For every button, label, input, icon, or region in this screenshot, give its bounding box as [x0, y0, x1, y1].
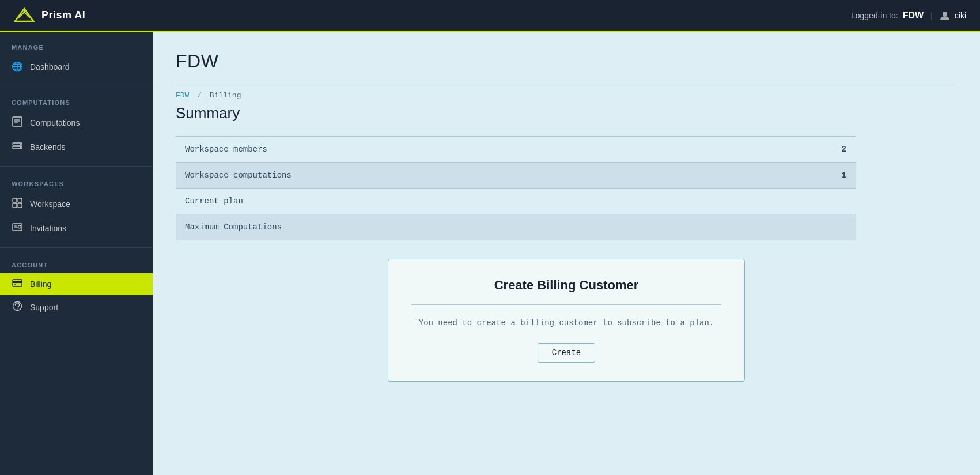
prism-logo-icon	[14, 7, 35, 24]
logged-in-label: Logged-in to:	[851, 11, 898, 20]
nav-username: ciki	[955, 11, 966, 20]
svg-point-2	[943, 12, 947, 16]
billing-card: Create Billing Customer You need to crea…	[388, 259, 745, 382]
sidebar-section-account: ACCOUNT Billing	[0, 250, 153, 324]
sidebar-item-invitations[interactable]: Invitations	[0, 216, 153, 240]
sidebar-divider-2	[0, 166, 153, 167]
table-row: Maximum Computations	[176, 214, 856, 240]
nav-divider: |	[930, 11, 933, 20]
sidebar-item-billing[interactable]: Billing	[0, 273, 153, 295]
table-row: Workspace computations1	[176, 163, 856, 189]
main-content: FDW FDW / Billing Summary Workspace memb…	[153, 32, 980, 475]
breadcrumb-separator: /	[197, 91, 202, 100]
svg-rect-12	[18, 198, 22, 202]
sidebar-section-workspaces-label: WORKSPACES	[0, 180, 153, 192]
top-nav: Prism AI Logged-in to: FDW | ciki	[0, 0, 980, 32]
sidebar-item-support[interactable]: Support	[0, 295, 153, 319]
sidebar-label-dashboard: Dashboard	[30, 62, 70, 71]
sidebar-item-workspace[interactable]: Workspace	[0, 192, 153, 216]
billing-card-description: You need to create a billing customer to…	[411, 316, 721, 329]
breadcrumb: FDW / Billing	[176, 91, 957, 100]
sidebar-section-computations-label: COMPUTATIONS	[0, 99, 153, 111]
sidebar-divider-3	[0, 247, 153, 248]
create-billing-button[interactable]: Create	[538, 343, 595, 363]
breadcrumb-workspace-link[interactable]: FDW	[176, 91, 189, 100]
title-divider	[176, 84, 957, 84]
sidebar-item-backends[interactable]: Backends	[0, 135, 153, 159]
svg-point-10	[20, 147, 21, 148]
sidebar-section-workspaces: WORKSPACES Workspace	[0, 169, 153, 245]
breadcrumb-current: Billing	[210, 91, 241, 100]
row-value	[749, 214, 856, 240]
row-value: 1	[749, 163, 856, 189]
table-row: Workspace members2	[176, 137, 856, 163]
sidebar-label-backends: Backends	[30, 142, 65, 152]
invitations-icon	[12, 222, 23, 235]
nav-brand: Prism AI	[14, 7, 85, 24]
sidebar-item-dashboard[interactable]: 🌐 Dashboard	[0, 55, 153, 78]
sidebar-item-computations[interactable]: Computations	[0, 111, 153, 135]
billing-card-divider	[411, 304, 721, 305]
svg-rect-20	[13, 281, 22, 283]
svg-rect-15	[13, 224, 22, 231]
row-label: Maximum Computations	[176, 214, 749, 240]
svg-rect-14	[18, 203, 22, 208]
dashboard-icon: 🌐	[12, 61, 23, 72]
table-row: Current plan	[176, 189, 856, 214]
sidebar-section-computations: COMPUTATIONS Computations	[0, 88, 153, 164]
row-label: Workspace computations	[176, 163, 749, 189]
nav-workspace-name: FDW	[903, 10, 924, 21]
main-layout: MANAGE 🌐 Dashboard COMPUTATIONS Co	[0, 32, 980, 475]
row-value: 2	[749, 137, 856, 163]
user-icon	[940, 10, 950, 21]
billing-icon	[12, 279, 23, 289]
sidebar-label-billing: Billing	[30, 280, 51, 289]
svg-point-18	[18, 225, 21, 228]
backends-icon	[12, 141, 23, 153]
svg-point-9	[20, 144, 21, 145]
billing-card-title: Create Billing Customer	[411, 278, 721, 293]
workspace-icon	[12, 198, 23, 210]
section-title: Summary	[176, 104, 957, 122]
sidebar-label-workspace: Workspace	[30, 199, 70, 209]
row-value	[749, 189, 856, 214]
app-title: Prism AI	[41, 9, 85, 21]
svg-rect-3	[13, 117, 22, 126]
row-label: Workspace members	[176, 137, 749, 163]
row-label: Current plan	[176, 189, 749, 214]
sidebar-label-support: Support	[30, 303, 58, 312]
computations-icon	[12, 116, 23, 129]
sidebar-section-manage: MANAGE 🌐 Dashboard	[0, 32, 153, 82]
sidebar-section-account-label: ACCOUNT	[0, 262, 153, 273]
sidebar-section-manage-label: MANAGE	[0, 44, 153, 55]
svg-point-23	[17, 308, 18, 310]
support-icon	[12, 301, 23, 314]
page-title: FDW	[176, 51, 957, 72]
svg-rect-11	[13, 198, 17, 202]
sidebar-divider-1	[0, 85, 153, 85]
sidebar-label-invitations: Invitations	[30, 224, 66, 233]
summary-table: Workspace members2Workspace computations…	[176, 136, 856, 240]
nav-user-info: Logged-in to: FDW | ciki	[851, 10, 966, 21]
sidebar-label-computations: Computations	[30, 118, 80, 127]
svg-rect-13	[13, 203, 17, 208]
sidebar: MANAGE 🌐 Dashboard COMPUTATIONS Co	[0, 32, 153, 475]
